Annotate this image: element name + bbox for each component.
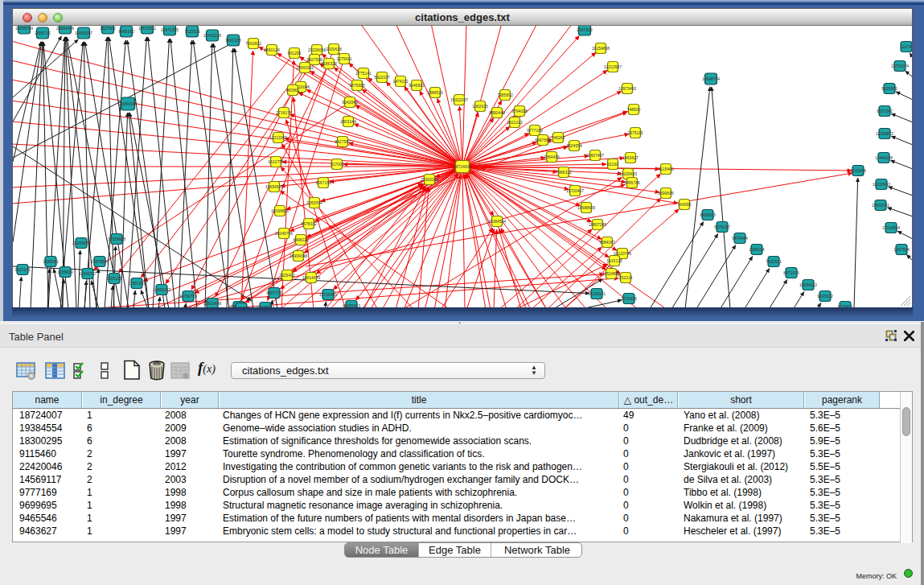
svg-text:8427552: 8427552 xyxy=(335,139,351,144)
svg-text:17018504: 17018504 xyxy=(882,225,900,230)
svg-text:19654923: 19654923 xyxy=(265,184,283,189)
svg-text:25300295: 25300295 xyxy=(421,177,438,182)
svg-text:8938923: 8938923 xyxy=(700,212,716,217)
svg-text:10688609: 10688609 xyxy=(577,205,595,210)
svg-text:19166825: 19166825 xyxy=(271,208,289,213)
svg-text:6379197: 6379197 xyxy=(714,225,730,229)
svg-text:40265423: 40265423 xyxy=(343,303,360,307)
svg-text:9325411: 9325411 xyxy=(837,304,852,307)
svg-text:5875685: 5875685 xyxy=(349,83,365,88)
svg-text:17957253: 17957253 xyxy=(128,281,146,286)
svg-text:7625402: 7625402 xyxy=(279,273,295,278)
svg-text:1505135: 1505135 xyxy=(106,276,122,281)
svg-text:16543362: 16543362 xyxy=(296,65,314,70)
svg-text:62160: 62160 xyxy=(607,162,618,167)
svg-text:1474112: 1474112 xyxy=(392,79,408,84)
svg-text:7632621: 7632621 xyxy=(766,259,782,264)
svg-text:917006: 917006 xyxy=(331,162,344,167)
svg-text:18724007: 18724007 xyxy=(454,164,471,169)
svg-text:3624554: 3624554 xyxy=(566,143,582,148)
svg-text:1610755: 1610755 xyxy=(268,159,284,164)
svg-text:1527602: 1527602 xyxy=(100,26,116,31)
svg-text:12213967: 12213967 xyxy=(604,64,622,69)
svg-text:16046786: 16046786 xyxy=(275,231,293,236)
svg-text:23226058: 23226058 xyxy=(308,47,326,52)
svg-text:9777169: 9777169 xyxy=(527,128,543,133)
svg-text:9827508: 9827508 xyxy=(306,57,322,62)
svg-text:8471676: 8471676 xyxy=(783,270,799,275)
svg-text:252214: 252214 xyxy=(619,275,633,280)
svg-text:9115460: 9115460 xyxy=(658,167,673,171)
svg-text:8186328: 8186328 xyxy=(321,61,337,66)
svg-text:18807249: 18807249 xyxy=(589,222,606,227)
svg-text:9600133: 9600133 xyxy=(225,38,241,43)
svg-text:3215958: 3215958 xyxy=(850,168,866,173)
svg-text:9084067: 9084067 xyxy=(599,240,615,245)
svg-text:1353594: 1353594 xyxy=(306,200,322,205)
svg-text:1463627: 1463627 xyxy=(622,155,639,160)
svg-text:1267534: 1267534 xyxy=(893,247,910,252)
svg-text:164095: 164095 xyxy=(678,202,692,207)
svg-text:9242848: 9242848 xyxy=(342,100,358,105)
svg-text:14055714: 14055714 xyxy=(15,26,33,31)
svg-text:16909348: 16909348 xyxy=(290,253,307,258)
svg-text:2803144: 2803144 xyxy=(340,119,356,124)
svg-text:15692991: 15692991 xyxy=(872,203,889,208)
svg-text:9699695: 9699695 xyxy=(658,191,674,196)
svg-text:1362615: 1362615 xyxy=(472,104,488,109)
svg-text:20691406: 20691406 xyxy=(56,26,74,31)
svg-text:1685061: 1685061 xyxy=(43,259,59,264)
svg-text:9146821: 9146821 xyxy=(409,83,425,88)
svg-text:12093872: 12093872 xyxy=(876,131,893,136)
svg-text:8990448: 8990448 xyxy=(489,110,505,115)
svg-text:891295: 891295 xyxy=(288,51,302,56)
svg-text:13524851: 13524851 xyxy=(602,271,620,276)
svg-text:2364436: 2364436 xyxy=(544,154,560,159)
svg-text:7515526: 7515526 xyxy=(184,29,200,34)
svg-text:10807487: 10807487 xyxy=(586,153,604,158)
svg-text:1375115: 1375115 xyxy=(627,130,643,135)
svg-text:12213369: 12213369 xyxy=(269,135,287,140)
svg-text:3915141: 3915141 xyxy=(14,267,31,272)
svg-text:16154808: 16154808 xyxy=(592,46,610,51)
svg-text:16210643: 16210643 xyxy=(873,182,890,187)
svg-text:16914479: 16914479 xyxy=(302,275,320,280)
svg-text:20206578: 20206578 xyxy=(72,241,90,245)
svg-text:9245612: 9245612 xyxy=(817,294,833,299)
svg-text:12923448: 12923448 xyxy=(203,301,221,306)
svg-text:3495786: 3495786 xyxy=(624,180,640,185)
svg-text:748500: 748500 xyxy=(627,107,641,112)
svg-text:9857771: 9857771 xyxy=(266,290,282,295)
svg-text:7955812: 7955812 xyxy=(497,93,513,97)
svg-text:2935114: 2935114 xyxy=(749,247,764,252)
svg-text:16648794: 16648794 xyxy=(702,76,720,81)
svg-text:16671355: 16671355 xyxy=(161,27,179,32)
svg-text:6497568: 6497568 xyxy=(535,138,551,142)
svg-text:2055712: 2055712 xyxy=(35,31,51,35)
svg-text:12942737: 12942737 xyxy=(79,271,97,276)
svg-text:10671911: 10671911 xyxy=(138,26,156,31)
svg-text:9474444: 9474444 xyxy=(732,236,748,241)
svg-text:10433218: 10433218 xyxy=(203,33,221,38)
svg-text:8578332: 8578332 xyxy=(301,221,317,226)
svg-text:1615132: 1615132 xyxy=(606,258,622,263)
svg-text:16782759: 16782759 xyxy=(179,294,197,299)
svg-text:1733426: 1733426 xyxy=(621,296,637,301)
svg-text:90838637: 90838637 xyxy=(257,305,274,307)
svg-text:5322037: 5322037 xyxy=(374,75,390,80)
svg-text:1156829: 1156829 xyxy=(57,270,72,274)
svg-text:14958167: 14958167 xyxy=(153,287,170,292)
svg-text:15720407: 15720407 xyxy=(566,188,584,193)
svg-text:10025433: 10025433 xyxy=(619,171,637,176)
svg-text:11174: 11174 xyxy=(901,44,911,49)
svg-text:19384554: 19384554 xyxy=(488,219,506,224)
svg-text:983961: 983961 xyxy=(286,88,300,93)
svg-text:1588520: 1588520 xyxy=(427,90,443,95)
svg-text:1275411: 1275411 xyxy=(336,56,351,61)
svg-text:10653267: 10653267 xyxy=(75,31,92,35)
svg-text:23975867: 23975867 xyxy=(91,259,109,264)
svg-text:4498222: 4498222 xyxy=(293,237,309,242)
svg-text:15751074: 15751074 xyxy=(891,64,909,68)
svg-text:10973493: 10973493 xyxy=(618,86,636,91)
svg-text:746266: 746266 xyxy=(552,135,565,140)
